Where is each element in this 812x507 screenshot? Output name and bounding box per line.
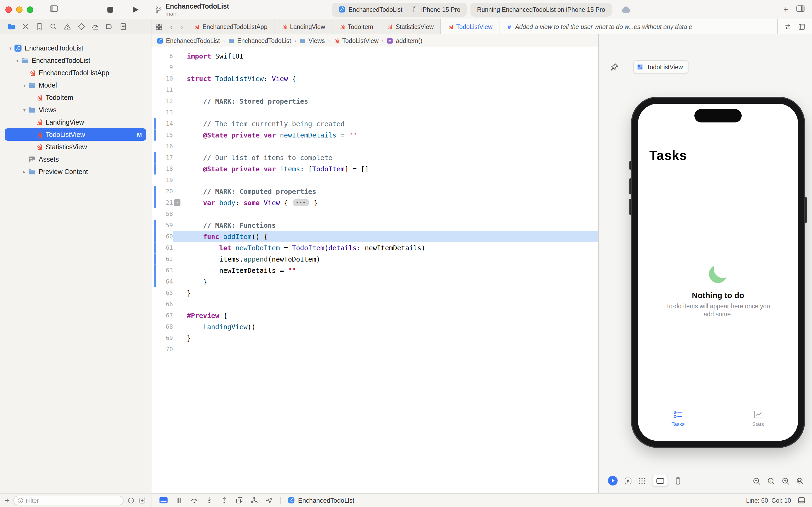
run-button[interactable] <box>133 6 138 13</box>
stop-button[interactable] <box>107 6 113 12</box>
code-line-67[interactable]: 67#Preview { <box>152 310 598 321</box>
line-number[interactable]: 62 <box>158 253 173 265</box>
line-number[interactable]: 18 <box>158 163 173 175</box>
swap-arrows-icon[interactable] <box>784 23 792 30</box>
line-number[interactable]: 21 <box>158 197 173 208</box>
code-line-64[interactable]: 64 } <box>152 276 598 287</box>
breadcrumb-views[interactable]: Views <box>299 37 325 44</box>
project-navigator-button[interactable] <box>7 22 15 31</box>
line-number[interactable]: 13 <box>158 107 173 118</box>
line-number[interactable]: 70 <box>158 344 173 355</box>
code-line-18[interactable]: 18 @State private var items: [TodoItem] … <box>152 163 598 175</box>
line-number[interactable]: 16 <box>158 141 173 152</box>
code-line-68[interactable]: 68 LandingView() <box>152 321 598 332</box>
disclosure-open-icon[interactable]: ▾ <box>7 45 14 51</box>
disclosure-closed-icon[interactable]: ▸ <box>21 169 28 174</box>
live-preview-button[interactable] <box>607 475 618 486</box>
tab-enchancedtodolistapp[interactable]: EnchancedTodoListApp <box>187 19 275 34</box>
close-window-button[interactable] <box>5 6 12 13</box>
step-over-button[interactable] <box>190 496 198 504</box>
tab-added-a-view-to-tell-the-user-what-to-do[interactable]: #Added a view to tell the user what to d… <box>500 19 777 34</box>
issues-button[interactable] <box>63 22 71 31</box>
line-number[interactable]: 61 <box>158 242 173 253</box>
scm-filter-icon[interactable] <box>138 497 146 504</box>
step-out-button[interactable] <box>220 496 228 504</box>
toggle-inspector-button[interactable] <box>796 4 805 15</box>
device-bezel-button[interactable] <box>674 477 682 485</box>
zoom-out-button[interactable] <box>752 477 761 486</box>
line-number[interactable]: 10 <box>158 73 173 84</box>
editor-options-icon[interactable] <box>798 23 806 30</box>
disclosure-open-icon[interactable]: ▾ <box>21 107 28 113</box>
code-line-13[interactable]: 13 <box>152 107 598 118</box>
code-line-65[interactable]: 65} <box>152 287 598 299</box>
back-button[interactable]: ‹ <box>167 19 177 34</box>
tab-statisticsview[interactable]: StatisticsView <box>380 19 441 34</box>
code-editor[interactable]: 8import SwiftUI910struct TodoListView: V… <box>152 47 598 493</box>
bookmarks-button[interactable] <box>36 22 44 31</box>
code-line-10[interactable]: 10struct TodoListView: View { <box>152 73 598 84</box>
line-number[interactable]: 63 <box>158 265 173 276</box>
line-number[interactable]: 67 <box>158 310 173 321</box>
filter-field[interactable] <box>13 496 123 505</box>
code-line-8[interactable]: 8import SwiftUI <box>152 51 598 62</box>
code-line-19[interactable]: 19 <box>152 175 598 186</box>
code-line-16[interactable]: 16 <box>152 141 598 152</box>
line-number[interactable]: 64 <box>158 276 173 287</box>
navigator-item-todolistview[interactable]: TodoListViewM <box>5 128 146 141</box>
device-settings-button[interactable] <box>652 475 668 487</box>
code-line-66[interactable]: 66 <box>152 299 598 310</box>
code-line-9[interactable]: 9 <box>152 62 598 73</box>
code-line-17[interactable]: 17 // Our list of items to complete <box>152 152 598 163</box>
line-number[interactable]: 8 <box>158 51 173 62</box>
line-number[interactable]: 14 <box>158 118 173 129</box>
navigator-item-enchancedtodolist[interactable]: ▾EnchancedTodoList <box>5 42 146 54</box>
breakpoints-button[interactable] <box>105 22 113 31</box>
line-number[interactable]: 17 <box>158 152 173 163</box>
debug-area-button[interactable] <box>159 496 168 505</box>
variants-button[interactable] <box>638 477 646 485</box>
line-number[interactable]: 66 <box>158 299 173 310</box>
code-line-69[interactable]: 69} <box>152 332 598 344</box>
zoom-fit-button[interactable] <box>796 477 805 486</box>
view-hierarchy-button[interactable] <box>235 496 243 504</box>
navigator-item-model[interactable]: ▾Model <box>5 79 146 91</box>
zoom-in-button[interactable] <box>781 477 790 486</box>
code-line-61[interactable]: 61 let newToDoItem = TodoItem(details: n… <box>152 242 598 253</box>
toggle-navigator-button[interactable] <box>49 4 59 15</box>
line-number[interactable]: 11 <box>158 84 173 96</box>
reports-button[interactable] <box>119 22 127 31</box>
debug-button[interactable] <box>91 22 99 31</box>
source-control-button[interactable] <box>21 22 30 31</box>
code-line-15[interactable]: 15 @State private var newItemDetails = "… <box>152 129 598 141</box>
selectable-mode-button[interactable] <box>624 477 632 485</box>
code-line-58[interactable]: 58 <box>152 208 598 220</box>
pause-button[interactable] <box>175 496 183 504</box>
navigator-item-enchancedtodolistapp[interactable]: EnchancedTodoListApp <box>5 67 146 79</box>
code-line-62[interactable]: 62 items.append(newToDoItem) <box>152 253 598 265</box>
breadcrumb-additem[interactable]: MaddItem() <box>387 37 422 44</box>
code-line-11[interactable]: 11 <box>152 84 598 96</box>
code-line-14[interactable]: 14 // The item currently being created <box>152 118 598 129</box>
debug-process[interactable]: EnchancedTodoList <box>288 497 354 504</box>
add-file-button[interactable]: + <box>5 496 10 504</box>
code-line-70[interactable]: 70 <box>152 344 598 355</box>
cloud-icon[interactable] <box>621 6 632 13</box>
disclosure-open-icon[interactable]: ▾ <box>14 58 21 63</box>
activity-view[interactable]: Running EnchancedTodoList on iPhone 15 P… <box>471 2 612 16</box>
pin-preview-button[interactable] <box>610 62 619 72</box>
code-line-63[interactable]: 63 newItemDetails = "" <box>152 265 598 276</box>
code-line-60[interactable]: 60 func addItem() { <box>152 231 598 242</box>
filter-input[interactable] <box>26 497 120 504</box>
line-number[interactable]: 9 <box>158 62 173 73</box>
related-items-button[interactable] <box>152 19 167 34</box>
line-number[interactable]: 58 <box>158 208 173 220</box>
fold-indicator-icon[interactable]: › <box>174 199 180 206</box>
step-into-button[interactable] <box>205 496 213 504</box>
navigator-item-landingview[interactable]: LandingView <box>5 116 146 128</box>
memory-graph-button[interactable] <box>250 496 258 504</box>
navigator-item-statisticsview[interactable]: StatisticsView <box>5 141 146 153</box>
line-number[interactable]: 68 <box>158 321 173 332</box>
navigator-item-enchancedtodolist[interactable]: ▾EnchancedTodoList <box>5 54 146 67</box>
line-number[interactable]: 69 <box>158 332 173 344</box>
